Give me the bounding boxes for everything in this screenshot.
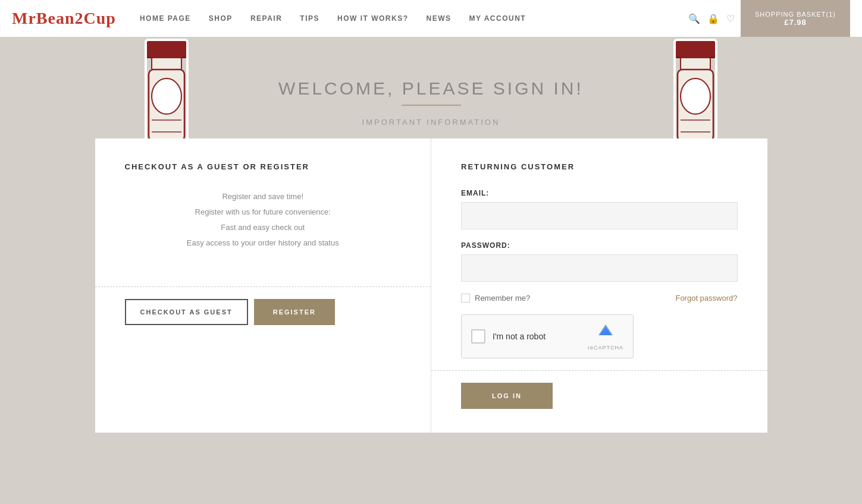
forgot-password-link[interactable]: Forgot password? bbox=[675, 294, 737, 303]
svg-rect-1 bbox=[152, 58, 181, 70]
welcome-underline bbox=[402, 105, 461, 106]
basket-price: £7.98 bbox=[784, 18, 807, 27]
logo[interactable]: MrBean2Cup bbox=[12, 9, 116, 28]
nav-tips[interactable]: TIPS bbox=[300, 14, 319, 23]
panel-left: CHECKOUT AS A GUEST OR REGISTER Register… bbox=[95, 138, 432, 433]
recaptcha-text: I'm not a robot bbox=[493, 332, 546, 341]
svg-point-3 bbox=[152, 78, 181, 114]
left-panel-body: Register and save time! Register with us… bbox=[125, 189, 402, 251]
checkout-as-guest-button[interactable]: CHECKOUT AS GUEST bbox=[125, 299, 248, 325]
nav-my-account[interactable]: MY ACCOUNT bbox=[469, 14, 526, 23]
main-nav: HOME PAGE SHOP REPAIR TIPS HOW IT WORKS?… bbox=[140, 14, 688, 23]
heart-icon[interactable]: ♡ bbox=[726, 13, 735, 24]
left-body-line-2: Register with us for future convenience: bbox=[125, 204, 402, 220]
svg-point-26 bbox=[603, 330, 608, 335]
left-panel-buttons: CHECKOUT AS GUEST REGISTER bbox=[125, 299, 402, 325]
right-panel-bottom: LOG IN bbox=[431, 370, 767, 409]
panel-right: RETURNING CUSTOMER EMAIL: PASSWORD: Reme… bbox=[431, 138, 767, 433]
svg-rect-14 bbox=[681, 58, 710, 70]
recaptcha-logo-icon bbox=[588, 322, 623, 345]
shopping-basket-button[interactable]: SHOPPING BASKET(1) £7.98 bbox=[741, 0, 850, 37]
svg-rect-13 bbox=[675, 40, 716, 58]
header-icons: 🔍 🔒 ♡ bbox=[688, 13, 735, 24]
basket-label: SHOPPING BASKET(1) bbox=[755, 11, 836, 18]
recaptcha-checkbox[interactable] bbox=[471, 329, 485, 344]
email-input[interactable] bbox=[461, 202, 738, 229]
recaptcha-left: I'm not a robot bbox=[471, 329, 546, 344]
panels-container: CHECKOUT AS A GUEST OR REGISTER Register… bbox=[95, 138, 767, 433]
nav-shop[interactable]: SHOP bbox=[209, 14, 233, 23]
recaptcha-widget[interactable]: I'm not a robot reCAPTCHA bbox=[461, 314, 634, 358]
lock-icon[interactable]: 🔒 bbox=[707, 13, 719, 24]
svg-point-16 bbox=[681, 78, 710, 114]
email-form-group: EMAIL: bbox=[461, 189, 738, 229]
svg-rect-0 bbox=[146, 40, 187, 58]
remember-row: Remember me? Forgot password? bbox=[461, 294, 738, 303]
left-body-line-1: Register and save time! bbox=[125, 189, 402, 204]
register-button[interactable]: REGISTER bbox=[254, 299, 335, 325]
left-body-line-3: Fast and easy check out bbox=[125, 220, 402, 235]
password-input[interactable] bbox=[461, 254, 738, 282]
login-button[interactable]: LOG IN bbox=[461, 383, 553, 409]
nav-repair[interactable]: REPAIR bbox=[250, 14, 282, 23]
main-content: WELCOME, PLEASE SIGN IN! IMPORTANT INFOR… bbox=[0, 37, 862, 445]
email-label: EMAIL: bbox=[461, 189, 738, 197]
recaptcha-brand-text: reCAPTCHA bbox=[588, 345, 623, 351]
remember-me-label[interactable]: Remember me? bbox=[461, 294, 530, 303]
search-icon[interactable]: 🔍 bbox=[688, 13, 700, 24]
left-body-line-4: Easy access to your order history and st… bbox=[125, 235, 402, 251]
remember-me-checkbox[interactable] bbox=[461, 294, 470, 303]
header: MrBean2Cup HOME PAGE SHOP REPAIR TIPS HO… bbox=[0, 0, 862, 37]
nav-news[interactable]: NEWS bbox=[426, 14, 451, 23]
recaptcha-logo-area: reCAPTCHA bbox=[588, 322, 623, 351]
password-form-group: PASSWORD: bbox=[461, 241, 738, 282]
remember-me-text: Remember me? bbox=[475, 294, 530, 303]
nav-how-it-works[interactable]: HOW IT WORKS? bbox=[337, 14, 408, 23]
password-label: PASSWORD: bbox=[461, 241, 738, 250]
left-panel-heading: CHECKOUT AS A GUEST OR REGISTER bbox=[125, 162, 402, 171]
left-panel-divider bbox=[95, 286, 431, 287]
right-panel-heading: RETURNING CUSTOMER bbox=[461, 162, 738, 171]
nav-home-page[interactable]: HOME PAGE bbox=[140, 14, 191, 23]
